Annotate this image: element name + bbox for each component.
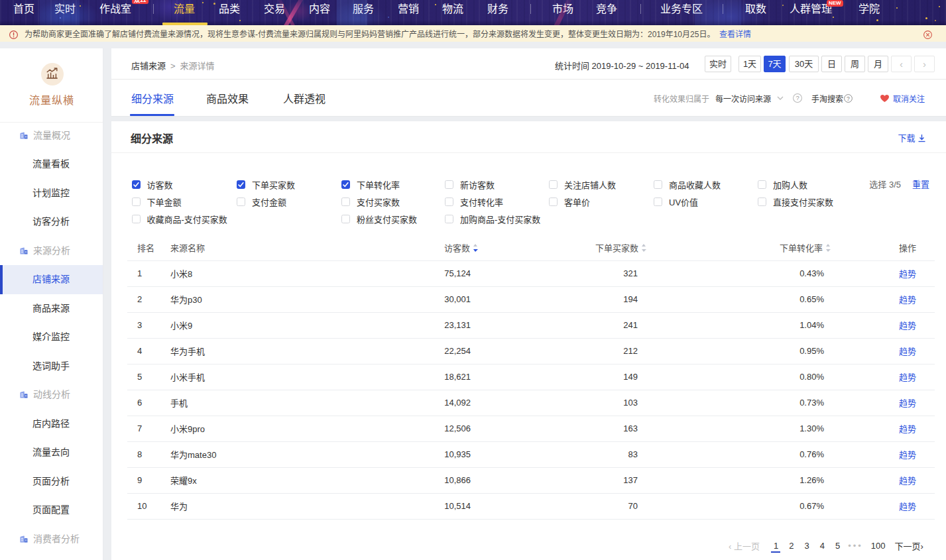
svg-text:?: ?	[847, 95, 850, 101]
svg-text:?: ?	[796, 95, 799, 101]
